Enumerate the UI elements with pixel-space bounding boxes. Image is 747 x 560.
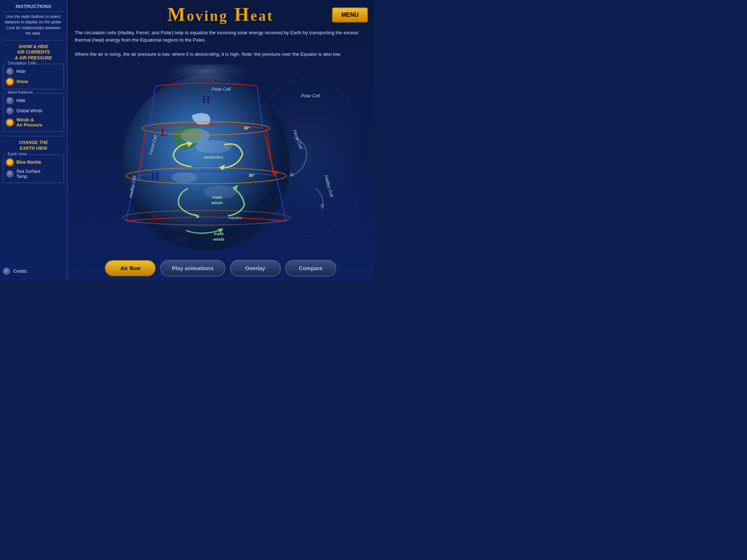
pressure-h-30-right: H [313, 156, 321, 167]
instructions-title: INSTRUCTIONS [3, 4, 64, 12]
description: The circulation cells (Hadley, Ferrel, a… [75, 29, 366, 58]
wind-hide-radio[interactable] [6, 97, 13, 104]
instructions-text: Use the radio buttons to select datasets… [3, 14, 64, 36]
trade-winds-label-upper: trade [212, 195, 222, 199]
wind-global-option[interactable]: Global Winds [6, 106, 61, 116]
trade-winds-label-upper2: winds [211, 201, 222, 205]
wind-global-label: Global Winds [16, 108, 42, 113]
earth-view-label: Earth View [6, 152, 28, 156]
earth-view-group: Earth View Blue Marble Sea SurfaceTemp. [3, 155, 64, 183]
toolbar: Air flow Play animations Overlay Compare [67, 260, 374, 276]
sea-surface-label: Sea SurfaceTemp. [16, 169, 40, 179]
blue-marble-label: Blue Marble [16, 160, 41, 165]
play-animations-button[interactable]: Play animations [160, 260, 225, 276]
wind-pressure-radio[interactable] [6, 119, 13, 126]
wind-hide-option[interactable]: Hide [6, 96, 61, 106]
sea-surface-option[interactable]: Sea SurfaceTemp. [6, 167, 61, 180]
wind-pressure-label: Winds &Air Pressure [16, 117, 42, 128]
polar-cell-top-right: Polar Cell [301, 93, 320, 98]
trade-winds-label-lower: trade [214, 232, 224, 236]
pressure-h-north: H [202, 94, 210, 105]
credits-button[interactable]: Credits [3, 266, 64, 276]
westerlies-label: westerlies [204, 155, 223, 159]
pressure-h-30-left: H [151, 170, 159, 182]
wind-global-radio[interactable] [6, 107, 13, 114]
pressure-l-equator: L [151, 212, 158, 223]
lat-60-label: 60° [244, 126, 250, 130]
blue-marble-option[interactable]: Blue Marble [6, 157, 61, 167]
equator-label: equator [228, 215, 243, 220]
blue-marble-radio[interactable] [6, 159, 13, 166]
circulation-cells-group: Circulation Cells Hide Show [3, 64, 64, 89]
pressure-l-60: L [160, 127, 167, 138]
circulation-hide-radio[interactable] [6, 68, 13, 75]
wind-patterns-group: Wind Patterns Hide Global Winds Winds &A… [3, 93, 64, 132]
globe-area: Polar Cell Polar Cell Ferrel Cell Ferrel… [75, 64, 366, 254]
pressure-h-south-right: H [315, 216, 323, 227]
wind-patterns-label: Wind Patterns [6, 90, 34, 94]
airflow-button[interactable]: Air flow [105, 260, 156, 276]
change-earth-header: CHANGE THEEARTH VIEW [3, 140, 64, 151]
credits-radio [3, 268, 10, 275]
divider-2 [3, 136, 64, 136]
description-paragraph-1: The circulation cells (Hadley, Ferrel, a… [75, 29, 366, 43]
circulation-show-option[interactable]: Show [6, 77, 61, 87]
circulation-show-label: Show [16, 79, 28, 84]
trade-winds-label-lower2: winds [213, 237, 224, 241]
globe-container: Polar Cell Polar Cell Ferrel Cell Ferrel… [82, 65, 359, 254]
page-title: Moving Heat [67, 4, 374, 25]
show-hide-header: SHOW & HIDEAIR CURRENTS& AIR PRESSURE [3, 44, 64, 61]
svg-point-5 [171, 172, 197, 183]
circulation-cells-label: Circulation Cells [6, 61, 38, 65]
main-content: Moving Heat MENU The circulation cells (… [67, 0, 374, 280]
circulation-show-radio[interactable] [6, 78, 13, 85]
polar-cell-top-left: Polar Cell [212, 87, 231, 92]
globe-svg: Polar Cell Polar Cell Ferrel Cell Ferrel… [82, 65, 359, 254]
lat-30-label: 30° [248, 173, 255, 178]
sea-surface-radio[interactable] [6, 170, 13, 178]
overlay-button[interactable]: Overlay [230, 260, 281, 276]
circulation-hide-option[interactable]: Hide [6, 66, 61, 77]
wind-hide-label: Hide [16, 98, 26, 103]
description-paragraph-2: Where the air is rising, the air pressur… [75, 51, 366, 58]
divider-1 [3, 40, 64, 40]
pressure-l-right: L [294, 116, 301, 127]
pressure-h-south: H [178, 235, 186, 246]
compare-button[interactable]: Compare [285, 260, 336, 276]
wind-pressure-option[interactable]: Winds &Air Pressure [6, 116, 61, 129]
svg-point-4 [195, 140, 232, 153]
menu-button[interactable]: MENU [332, 7, 368, 23]
credits-label: Credits [13, 269, 27, 274]
circulation-hide-label: Hide [16, 69, 26, 74]
header: Moving Heat MENU [67, 4, 374, 25]
sidebar: INSTRUCTIONS Use the radio buttons to se… [0, 0, 67, 280]
